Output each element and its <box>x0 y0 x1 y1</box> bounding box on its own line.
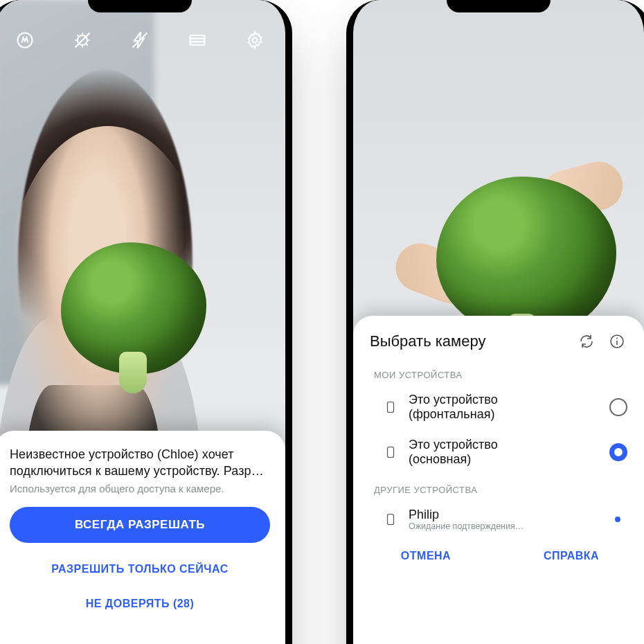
device-name: Это устройство <box>409 393 598 407</box>
radio-unselected[interactable] <box>609 398 627 416</box>
device-name: Это устройство <box>409 438 598 452</box>
svg-rect-12 <box>388 447 394 458</box>
device-row-this-front[interactable]: Это устройство (фронтальная) <box>353 384 644 429</box>
picker-title: Выбрать камеру <box>370 332 566 350</box>
ai-mode-icon[interactable] <box>14 29 36 51</box>
camera-app-screen: Неизвестное устройство (Chloe) хочет под… <box>0 0 285 644</box>
radio-selected[interactable] <box>609 443 627 461</box>
camera-picker-screen: Выбрать камеру МОИ УСТРОЙСТВА Это устрой… <box>353 0 644 644</box>
permission-bottom-sheet: Неизвестное устройство (Chloe) хочет под… <box>0 431 285 644</box>
phone-icon <box>384 510 397 528</box>
flash-icon[interactable] <box>129 29 151 51</box>
picker-actions: ОТМЕНА СПРАВКА <box>353 539 644 575</box>
section-my-devices: МОИ УСТРОЙСТВА <box>353 360 644 384</box>
phone-mockup-left: Неизвестное устройство (Chloe) хочет под… <box>0 0 292 644</box>
device-row-other[interactable]: Philip Ожидание подтверждения… <box>353 499 644 540</box>
svg-point-10 <box>616 338 618 339</box>
svg-rect-13 <box>388 515 394 525</box>
phone-mockup-right: Выбрать камеру МОИ УСТРОЙСТВА Это устрой… <box>346 0 644 644</box>
loading-dot-icon <box>615 517 620 522</box>
permission-title: Неизвестное устройство (Chloe) хочет под… <box>10 446 270 480</box>
notch <box>447 0 551 12</box>
svg-rect-4 <box>190 35 205 45</box>
help-button[interactable]: СПРАВКА <box>499 550 644 562</box>
info-icon[interactable] <box>607 331 627 352</box>
anti-flicker-icon[interactable] <box>71 29 93 51</box>
phone-icon <box>384 443 397 461</box>
device-detail: (фронтальная) <box>409 407 598 422</box>
device-detail: (основная) <box>409 452 598 467</box>
refresh-icon[interactable] <box>576 331 597 352</box>
device-status: Ожидание подтверждения… <box>409 521 604 531</box>
permission-subtitle: Используется для общего доступа к камере… <box>10 483 270 494</box>
notch <box>88 0 192 12</box>
aspect-ratio-icon[interactable] <box>186 29 208 51</box>
cancel-button[interactable]: ОТМЕНА <box>353 550 499 562</box>
allow-once-button[interactable]: РАЗРЕШИТЬ ТОЛЬКО СЕЙЧАС <box>10 555 270 583</box>
settings-gear-icon[interactable] <box>244 29 266 51</box>
device-row-this-main[interactable]: Это устройство (основная) <box>353 429 644 474</box>
always-allow-button[interactable]: ВСЕГДА РАЗРЕШАТЬ <box>10 507 270 543</box>
phone-icon <box>384 398 397 416</box>
device-name: Philip <box>409 508 604 522</box>
do-not-trust-button[interactable]: НЕ ДОВЕРЯТЬ (28) <box>10 590 270 618</box>
camera-picker-bottom-sheet: Выбрать камеру МОИ УСТРОЙСТВА Это устрой… <box>353 316 644 644</box>
section-other-devices: ДРУГИЕ УСТРОЙСТВА <box>353 475 644 499</box>
svg-rect-11 <box>388 402 394 412</box>
camera-top-toolbar <box>0 19 285 61</box>
svg-point-7 <box>253 38 258 43</box>
